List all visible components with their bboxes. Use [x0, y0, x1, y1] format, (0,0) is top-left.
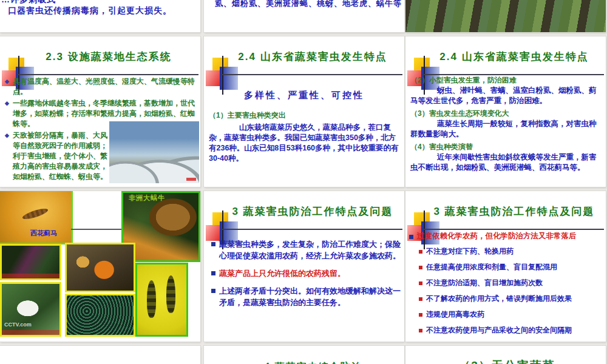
slide-divider-fragment: [71, 229, 121, 230]
slide-sorter-grid: …许多刺吸式 口器害虫还传播病毒病，引起更大损失。 虱、烟粉虱、美洲斑潜蝇、桃蚜…: [0, 0, 607, 364]
square-bullet-icon: [419, 297, 422, 301]
text-line: 口器害虫还传播病毒病，引起更大损失。: [8, 5, 172, 16]
photo-watermark: [186, 178, 196, 181]
square-bullet-icon: [419, 250, 422, 254]
bullet-item: 过度依赖化学农药，但化学防治方法又非常落后: [409, 231, 602, 241]
title-divider: [17, 74, 198, 75]
eggplant-damage-photo: [0, 244, 61, 280]
bullet-text: 具有温度高、温差大、光照度低、湿度大、气流缓慢等特点。: [13, 76, 197, 97]
leaf-damage-photo: [65, 294, 135, 337]
section-heading: （2）小型害虫发生重，防治困难: [410, 75, 602, 85]
thrips-insect-shape: [147, 280, 156, 318]
slide-thumbnail-3-page2[interactable]: 3 蔬菜害虫防治工作特点及问题 过度依赖化学农药，但化学防治方法又非常落后 不注…: [405, 191, 606, 342]
decor-vertical-line: [222, 56, 223, 95]
title-divider: [422, 229, 604, 230]
slide-title: （3）无公害蔬菜: [443, 358, 571, 364]
bullet-item: 不注意防治适期、盲目增加施药次数: [419, 278, 602, 288]
bullet-text: 天敌被部分隔离，暴雨、大风等自然致死因子的作用减弱；利于害虫增殖，使个体小、繁殖…: [13, 130, 113, 182]
photo-label-snail: 非洲大蜗牛: [129, 194, 165, 203]
slide-thumbnail-partial-1[interactable]: …许多刺吸式 口器害虫还传播病毒病，引起更大损失。: [0, 0, 200, 32]
bullet-item: 任意提高使用浓度和剂量、盲目复配混用: [419, 262, 602, 272]
square-bullet-icon: [419, 329, 422, 332]
slide-title: 2.3 设施蔬菜地生态系统: [21, 51, 197, 63]
slide-thumbnail-2-4-page2[interactable]: 2.4 山东省蔬菜害虫发生特点 （2）小型害虫发生重，防治困难 蚜虫、潜叶蝇、害…: [405, 36, 606, 187]
body-paragraph: 蔬菜生长周期一般较短，复种指数高，对害虫种群数量影响大。: [410, 119, 602, 140]
square-bullet-icon: [419, 281, 422, 285]
diamond-bullet-icon: ◆: [5, 130, 9, 182]
bullet-text: 不了解农药的作用方式，错误判断施用后效果: [426, 294, 572, 304]
thrips-insect-shape: [21, 206, 49, 221]
bullet-item: 上述两者矛盾十分突出。如何有效地缓解和解决这一矛盾，是蔬菜害虫防治的主要任务。: [211, 285, 401, 308]
greenhouse-tunnels-photo: [109, 121, 199, 183]
cctv-watermark: CCTV.com: [4, 322, 32, 328]
flower-damage-photo: CCTV.com: [0, 282, 61, 337]
diamond-bullet-icon: ◆: [5, 76, 9, 97]
body-paragraph: 蚜虫、潜叶蝇、害螨、温室白粉虱、烟粉虱、蓟马等发生世代多，危害严重，防治困难。: [410, 86, 602, 106]
bullet-text: 不注意农药使用与产品采收之间的安全间隔期: [426, 325, 572, 335]
square-bullet-icon: [409, 235, 413, 239]
bullet-text: 违规使用高毒农药: [426, 309, 484, 320]
square-bullet-icon: [211, 271, 215, 275]
body-paragraph: 近年来间歇性害虫如斜纹夜蛾等发生严重，新害虫不断出现，如烟粉虱、美洲斑潜蝇、西花…: [410, 152, 602, 173]
bullet-item: 蔬菜产品上只允许很低的农药残留。: [211, 268, 401, 279]
section-heading: （3）害虫发生生态环境变化大: [410, 109, 602, 118]
slide-thumbnail-partial-5[interactable]: （3）无公害蔬菜: [405, 346, 606, 364]
square-bullet-icon: [211, 242, 215, 246]
diamond-bullet-icon: ◆: [5, 98, 9, 129]
title-divider: [221, 74, 402, 75]
slide-title: 2.4 山东省蔬菜害虫发生特点: [426, 51, 602, 63]
bullet-text: 不注意防治适期、盲目增加施药次数: [426, 278, 543, 288]
thrips-insect-shape: [166, 275, 175, 313]
slide-title: 3 蔬菜害虫防治工作特点及问题: [225, 206, 401, 218]
slide-thumbnail-3-page1[interactable]: 3 蔬菜害虫防治工作特点及问题 蔬菜害虫种类多，发生复杂，防治工作难度大；保险心…: [204, 191, 404, 342]
bullet-text: 蔬菜害虫种类多，发生复杂，防治工作难度大；保险心理促使菜农滥用农药，经济上允许菜…: [219, 238, 401, 261]
bullet-text: 过度依赖化学农药，但化学防治方法又非常落后: [417, 231, 577, 241]
tomato-damage-photo: [65, 243, 135, 292]
bullet-text: 蔬菜产品上只允许很低的农药残留。: [219, 268, 345, 279]
slide-thumbnail-partial-blank[interactable]: [0, 346, 200, 364]
tv-caption-bar: [2, 330, 59, 335]
bullet-item: 不了解农药的作用方式，错误判断施用后效果: [419, 294, 602, 304]
bullet-text: 任意提高使用浓度和剂量、盲目复配混用: [426, 262, 557, 272]
square-bullet-icon: [211, 289, 215, 293]
slide-thumbnail-2-4-page1[interactable]: 2.4 山东省蔬菜害虫发生特点 多样性、严重性、可控性 （1）主要害虫种类突出 …: [204, 36, 404, 187]
square-bullet-icon: [419, 313, 422, 317]
slide-thumbnail-partial-4[interactable]: 4 蔬菜害虫综合防治: [204, 346, 404, 364]
tv-caption-bar: [2, 274, 59, 278]
square-bullet-icon: [419, 266, 422, 269]
slide-thumbnail-field-photo[interactable]: [405, 0, 606, 32]
bullet-item: 违规使用高毒农药: [419, 309, 602, 320]
text-line: 虱、烟粉虱、美洲斑潜蝇、桃蚜、地老虎、蜗牛等: [215, 0, 402, 9]
bullet-item: 不注意对症下药、轮换用药: [419, 246, 602, 257]
clipped-slide-title: 4 蔬菜害虫综合防治: [240, 361, 386, 364]
slide-subtitle: 多样性、严重性、可控性: [204, 90, 404, 101]
thrips-specimens-photo: [135, 263, 188, 337]
photo-label-thrips: 西花蓟马: [30, 229, 57, 238]
body-paragraph: 山东栽培蔬菜历史悠久，蔬菜品种多，茬口复杂，蔬菜害虫种类多。我国已知蔬菜害虫35…: [209, 123, 401, 164]
section-heading: （4）害虫种类演替: [410, 142, 602, 152]
bullet-item: ◆ 天敌被部分隔离，暴雨、大风等自然致死因子的作用减弱；利于害虫增殖，使个体小、…: [5, 130, 113, 182]
slide-thumbnail-2-3-ecosystem[interactable]: 2.3 设施蔬菜地生态系统 ◆ 具有温度高、温差大、光照度低、湿度大、气流缓慢等…: [0, 36, 200, 187]
title-divider: [221, 229, 402, 230]
bullet-item: ◆ 具有温度高、温差大、光照度低、湿度大、气流缓慢等特点。: [5, 76, 197, 97]
bullet-text: 上述两者矛盾十分突出。如何有效地缓解和解决这一矛盾，是蔬菜害虫防治的主要任务。: [219, 285, 401, 308]
clipped-text-line: …许多刺吸式: [1, 0, 56, 5]
bullet-item: 蔬菜害虫种类多，发生复杂，防治工作难度大；保险心理促使菜农滥用农药，经济上允许菜…: [211, 238, 401, 261]
slide-title: 2.4 山东省蔬菜害虫发生特点: [225, 51, 401, 63]
vegetable-field-photo: [405, 0, 606, 32]
section-heading: （1）主要害虫种类突出: [209, 110, 401, 120]
bullet-item: 不注意农药使用与产品采收之间的安全间隔期: [419, 325, 602, 335]
slide-title: 3 蔬菜害虫防治工作特点及问题: [426, 206, 602, 218]
slide-thumbnail-partial-2[interactable]: 虱、烟粉虱、美洲斑潜蝇、桃蚜、地老虎、蜗牛等: [204, 0, 404, 32]
western-flower-thrips-photo: 西花蓟马: [0, 191, 73, 244]
slide-thumbnail-pest-collage[interactable]: 西花蓟马 非洲大蜗牛 CCTV.com: [0, 191, 200, 342]
bullet-text: 不注意对症下药、轮换用药: [426, 246, 514, 257]
